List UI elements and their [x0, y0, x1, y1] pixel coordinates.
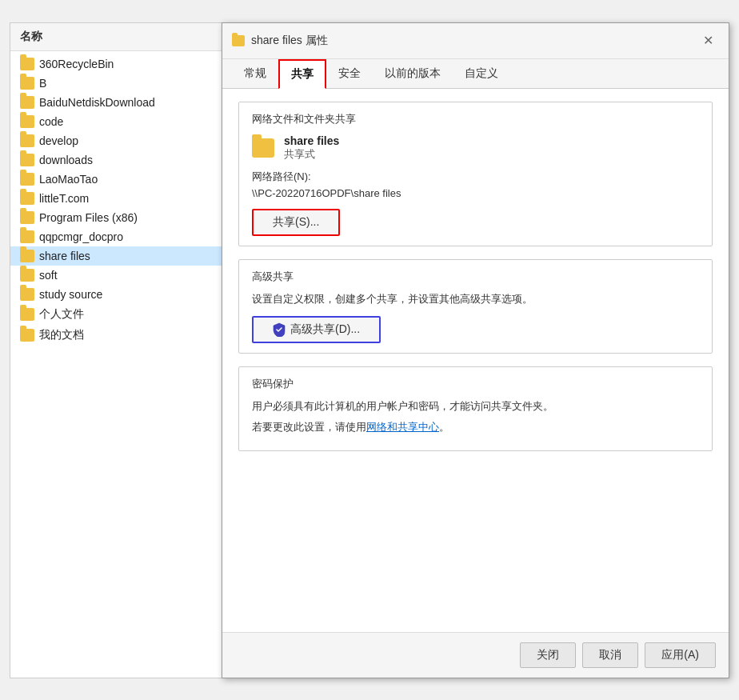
dialog-content: 网络文件和文件夹共享 share files 共享式 网络路径(N): \\PC… [222, 89, 729, 632]
file-explorer: 名称 360RecycleBinBBaiduNetdiskDownloadcod… [10, 22, 222, 678]
explorer-item-label: BaiduNetdiskDownload [39, 96, 155, 109]
explorer-item-label: Program Files (x86) [39, 211, 138, 224]
explorer-item[interactable]: 我的文档 [10, 325, 222, 346]
explorer-item-label: downloads [39, 154, 93, 166]
folder-icon [20, 115, 34, 128]
explorer-item[interactable]: qqpcmgr_docpro [10, 227, 222, 246]
share-file-info: share files 共享式 [284, 134, 339, 162]
folder-icon [20, 211, 34, 224]
folder-icon [20, 329, 34, 342]
apply-button[interactable]: 应用(A) [645, 642, 716, 668]
explorer-item[interactable]: B [10, 74, 222, 93]
explorer-list: 360RecycleBinBBaiduNetdiskDownloadcodede… [10, 51, 222, 349]
network-share-title: 网络文件和文件夹共享 [252, 112, 699, 126]
explorer-item[interactable]: littleT.com [10, 189, 222, 208]
folder-icon [20, 288, 34, 301]
window-container: 名称 360RecycleBinBBaiduNetdiskDownloadcod… [10, 22, 729, 678]
close-button[interactable]: 关闭 [520, 642, 576, 668]
folder-icon [20, 58, 34, 70]
explorer-item-label: qqpcmgr_docpro [39, 230, 123, 243]
dialog-close-button[interactable]: ✕ [697, 30, 719, 52]
folder-icon [20, 192, 34, 205]
explorer-item-label: 个人文件 [39, 307, 84, 322]
share-file-name: share files [284, 134, 339, 147]
tab-bar: 常规共享安全以前的版本自定义 [222, 59, 729, 89]
folder-icon [20, 250, 34, 262]
folder-icon [20, 154, 34, 166]
network-share-section: 网络文件和文件夹共享 share files 共享式 网络路径(N): \\PC… [238, 102, 713, 246]
tab-常规[interactable]: 常规 [232, 59, 278, 89]
advanced-share-title: 高级共享 [252, 270, 699, 284]
dialog-title-text: share files 属性 [251, 34, 697, 48]
explorer-item-label: 我的文档 [39, 328, 84, 342]
explorer-header: 名称 [10, 23, 222, 51]
password-desc1: 用户必须具有此计算机的用户帐户和密码，才能访问共享文件夹。 [252, 399, 699, 414]
password-desc2: 若要更改此设置，请使用网络和共享中心。 [252, 420, 699, 434]
explorer-item-label: littleT.com [39, 192, 89, 205]
advanced-share-desc: 设置自定义权限，创建多个共享，并设置其他高级共享选项。 [252, 292, 699, 306]
share-folder-icon [252, 138, 274, 158]
explorer-item[interactable]: Program Files (x86) [10, 208, 222, 227]
explorer-item[interactable]: downloads [10, 150, 222, 170]
folder-icon [20, 96, 34, 109]
folder-icon [20, 230, 34, 243]
explorer-item[interactable]: 个人文件 [10, 304, 222, 325]
explorer-item[interactable]: develop [10, 131, 222, 150]
explorer-item-label: code [39, 115, 63, 128]
share-button[interactable]: 共享(S)... [252, 209, 340, 236]
properties-dialog: share files 属性 ✕ 常规共享安全以前的版本自定义 网络文件和文件夹… [222, 22, 729, 678]
tab-自定义[interactable]: 自定义 [453, 59, 510, 89]
advanced-share-section: 高级共享 设置自定义权限，创建多个共享，并设置其他高级共享选项。 高级共享(D)… [238, 259, 713, 354]
dialog-footer: 关闭 取消 应用(A) [222, 632, 729, 678]
explorer-item[interactable]: share files [10, 246, 222, 266]
folder-icon [20, 269, 34, 282]
explorer-item[interactable]: code [10, 112, 222, 131]
explorer-item-label: B [39, 77, 46, 90]
tab-以前的版本[interactable]: 以前的版本 [373, 59, 453, 89]
advanced-share-button-label: 高级共享(D)... [290, 322, 360, 337]
folder-icon [20, 173, 34, 186]
cancel-button[interactable]: 取消 [582, 642, 638, 668]
network-path-label: 网络路径(N): [252, 170, 699, 184]
password-desc2-suffix: 。 [439, 421, 449, 433]
share-file-row: share files 共享式 [252, 134, 699, 162]
tab-安全[interactable]: 安全 [326, 59, 373, 89]
explorer-item[interactable]: LaoMaoTao [10, 170, 222, 189]
explorer-item-label: soft [39, 269, 58, 282]
explorer-item-label: develop [39, 134, 78, 147]
explorer-item[interactable]: soft [10, 266, 222, 285]
shield-icon [273, 322, 286, 337]
explorer-item-label: 360RecycleBin [39, 58, 114, 70]
password-section: 密码保护 用户必须具有此计算机的用户帐户和密码，才能访问共享文件夹。 若要更改此… [238, 366, 713, 451]
explorer-item[interactable]: study source [10, 285, 222, 304]
password-section-title: 密码保护 [252, 377, 699, 391]
dialog-titlebar: share files 属性 ✕ [222, 23, 729, 59]
dialog-title-folder-icon [232, 35, 245, 46]
explorer-item-label: share files [39, 250, 90, 262]
folder-icon [20, 77, 34, 90]
folder-icon [20, 134, 34, 147]
folder-icon [20, 308, 34, 321]
explorer-item[interactable]: BaiduNetdiskDownload [10, 93, 222, 112]
explorer-item[interactable]: 360RecycleBin [10, 54, 222, 74]
network-path-value: \\PC-20220716OPDF\share files [252, 187, 699, 199]
tab-共享[interactable]: 共享 [278, 59, 326, 89]
network-sharing-center-link[interactable]: 网络和共享中心 [366, 421, 439, 433]
explorer-item-label: LaoMaoTao [39, 173, 98, 186]
share-file-status: 共享式 [284, 147, 339, 162]
advanced-share-button[interactable]: 高级共享(D)... [252, 316, 381, 343]
password-desc2-prefix: 若要更改此设置，请使用 [252, 421, 366, 433]
explorer-item-label: study source [39, 288, 102, 301]
